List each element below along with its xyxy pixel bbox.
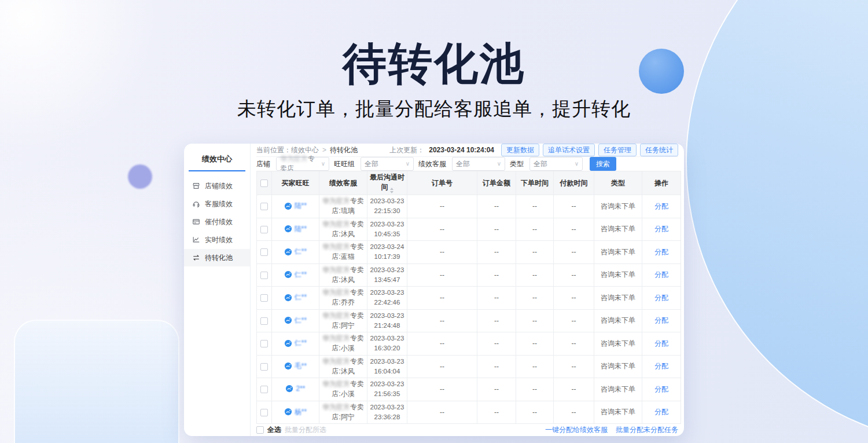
- transfer-icon: [192, 254, 200, 262]
- row-checkbox[interactable]: [260, 294, 268, 302]
- buyer-name: 仁**: [295, 316, 307, 325]
- type-cell: 咨询未下单: [594, 218, 642, 241]
- last-contact-time: 2023-03-23 23:36:28: [367, 401, 407, 424]
- topbar-button-0[interactable]: 更新数据: [501, 144, 539, 156]
- row-checkbox[interactable]: [260, 386, 268, 393]
- headset-icon: [192, 200, 200, 208]
- last-contact-time: 2023-03-23 16:30:20: [367, 332, 407, 356]
- footer-link-0[interactable]: 一键分配给绩效客服: [545, 425, 608, 435]
- order-amount: --: [477, 241, 516, 264]
- last-contact-time: 2023-03-23 21:56:35: [367, 378, 407, 401]
- table-row: 仁**华为官方专卖店:沐风2023-03-23 13:45:47--------…: [257, 263, 681, 287]
- sidebar-item-store-performance[interactable]: 店铺绩效: [184, 177, 250, 195]
- column-header-7: 类型: [594, 171, 642, 195]
- buyer-link[interactable]: 杨**: [284, 407, 307, 417]
- column-header-1: 绩效客服: [319, 171, 367, 195]
- pay-time: --: [554, 218, 594, 241]
- sidebar-item-pending-conversion[interactable]: 待转化池: [184, 249, 250, 266]
- shop-select[interactable]: 华为官方专卖店 ∨: [276, 157, 329, 171]
- type-select[interactable]: 全部 ∨: [529, 157, 583, 171]
- assign-link[interactable]: 分配: [654, 362, 668, 370]
- cs-cell: 华为官方专卖店:乔乔: [319, 287, 367, 310]
- type-cell: 咨询未下单: [594, 355, 642, 378]
- order-amount: --: [477, 218, 516, 241]
- buyer-link[interactable]: 仁**: [284, 316, 307, 325]
- sort-icon[interactable]: [390, 188, 393, 193]
- sidebar-item-reminder-performance[interactable]: 催付绩效: [184, 213, 250, 230]
- sidebar-menu: 店铺绩效客服绩效催付绩效实时绩效待转化池: [184, 177, 250, 266]
- type-cell: 咨询未下单: [594, 332, 642, 356]
- buyer-link[interactable]: 毛**: [284, 361, 307, 371]
- row-checkbox[interactable]: [260, 363, 268, 371]
- select-all-label[interactable]: 全选: [267, 425, 281, 435]
- sidebar-item-service-performance[interactable]: 客服绩效: [184, 195, 250, 213]
- row-checkbox[interactable]: [260, 272, 268, 279]
- table-row: 仁**华为官方专卖店:小溪2023-03-23 16:30:20--------…: [257, 332, 681, 356]
- assign-link[interactable]: 分配: [654, 385, 668, 393]
- table-header-row: 买家旺旺绩效客服最后沟通时间订单号订单金额下单时间付款时间类型操作: [257, 171, 681, 195]
- topbar-button-3[interactable]: 任务统计: [640, 144, 678, 156]
- footer-links: 一键分配给绩效客服批量分配未分配任务: [545, 425, 678, 435]
- assign-link[interactable]: 分配: [654, 408, 668, 416]
- cs-name-blurred: 华为官方: [322, 197, 350, 205]
- sidebar-item-realtime-performance[interactable]: 实时绩效: [184, 231, 250, 248]
- order-amount: --: [477, 355, 516, 378]
- buyer-link[interactable]: 陆**: [284, 201, 307, 211]
- assign-link[interactable]: 分配: [654, 225, 668, 233]
- buyer-link[interactable]: 仁**: [284, 247, 307, 257]
- app-window: 绩效中心 店铺绩效客服绩效催付绩效实时绩效待转化池 当前位置：绩效中心>待转化池…: [184, 144, 684, 436]
- wangwang-icon: [284, 294, 292, 302]
- buyer-name: 仁**: [295, 247, 307, 257]
- sidebar-item-label: 店铺绩效: [205, 181, 233, 191]
- wangwang-icon: [284, 270, 292, 279]
- order-no: --: [407, 401, 477, 424]
- assign-link[interactable]: 分配: [654, 316, 668, 324]
- buyer-link[interactable]: 仁**: [284, 338, 307, 348]
- assign-link[interactable]: 分配: [654, 248, 668, 256]
- row-checkbox[interactable]: [260, 340, 268, 347]
- assign-link[interactable]: 分配: [654, 294, 668, 302]
- order-amount: --: [477, 378, 516, 401]
- select-all-header-checkbox[interactable]: [260, 180, 268, 187]
- breadcrumb: 当前位置：绩效中心>待转化池: [256, 145, 358, 155]
- buyer-link[interactable]: 陆**: [284, 224, 307, 234]
- topbar-button-2[interactable]: 任务管理: [598, 144, 637, 156]
- chevron-down-icon: ∨: [575, 161, 579, 167]
- order-amount: --: [477, 401, 516, 424]
- buyer-name: 2**: [296, 385, 305, 393]
- cs-name-blurred: 华为官方: [322, 334, 350, 342]
- assign-link[interactable]: 分配: [654, 270, 668, 279]
- table-footer: 全选 批量分配所选 一键分配给绩效客服批量分配未分配任务: [256, 424, 678, 436]
- order-no: --: [407, 378, 477, 401]
- row-checkbox[interactable]: [260, 317, 268, 325]
- cs-select[interactable]: 全部 ∨: [452, 157, 505, 171]
- buyer-link[interactable]: 仁**: [284, 292, 307, 302]
- last-contact-time: 2023-03-23 10:45:35: [367, 218, 407, 241]
- column-header-4: 订单金额: [477, 171, 516, 195]
- order-amount: --: [477, 195, 516, 218]
- buyer-link[interactable]: 仁**: [284, 270, 307, 280]
- wangwang-group-filter-label: 旺旺组: [334, 159, 355, 169]
- column-header-2[interactable]: 最后沟通时间: [367, 171, 407, 195]
- wangwang-group-select[interactable]: 全部 ∨: [361, 157, 414, 171]
- footer-link-1[interactable]: 批量分配未分配任务: [616, 425, 678, 435]
- type-cell: 咨询未下单: [594, 287, 642, 310]
- assign-link[interactable]: 分配: [654, 339, 668, 347]
- buyer-link[interactable]: 2**: [285, 385, 305, 393]
- row-checkbox[interactable]: [260, 226, 268, 233]
- order-time: --: [516, 195, 554, 218]
- table-body: 陆**华为官方专卖店:琉璃2023-03-23 22:15:30--------…: [257, 195, 681, 424]
- row-checkbox[interactable]: [260, 248, 268, 256]
- search-button[interactable]: 搜索: [590, 157, 616, 171]
- row-checkbox[interactable]: [260, 409, 268, 416]
- table-wrapper: 买家旺旺绩效客服最后沟通时间订单号订单金额下单时间付款时间类型操作 陆**华为官…: [256, 171, 678, 424]
- select-all-checkbox[interactable]: [256, 426, 264, 434]
- sidebar-title: 绩效中心: [184, 151, 250, 170]
- assign-link[interactable]: 分配: [654, 202, 668, 210]
- pay-time: --: [554, 195, 594, 218]
- type-cell: 咨询未下单: [594, 263, 642, 287]
- decor-bottom-left-blob: [14, 320, 179, 443]
- row-checkbox[interactable]: [260, 203, 268, 210]
- topbar-button-1[interactable]: 追单话术设置: [543, 144, 595, 156]
- breadcrumb-item-performance-center[interactable]: 绩效中心: [291, 146, 319, 154]
